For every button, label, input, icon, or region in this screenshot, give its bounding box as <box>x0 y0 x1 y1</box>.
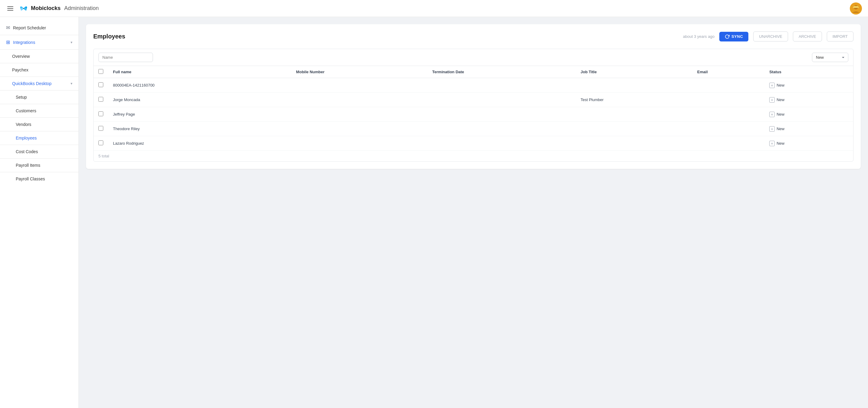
cell-full-name[interactable]: 800004EA-1421160700 <box>108 78 291 93</box>
sidebar-item-payroll-classes[interactable]: Payroll Classes <box>0 173 79 184</box>
divider-6 <box>0 104 79 104</box>
sidebar-label-employees: Employees <box>16 136 72 140</box>
col-termination-date: Termination Date <box>427 66 576 78</box>
sidebar-item-paychex[interactable]: Paychex <box>0 65 79 75</box>
cell-email <box>692 93 765 107</box>
status-badge: + New <box>769 126 848 132</box>
status-text: New <box>777 98 784 102</box>
user-avatar[interactable] <box>850 2 862 14</box>
employees-card: Employees about 3 years ago SYNC UNARCHI… <box>86 24 861 169</box>
divider-1 <box>0 35 79 35</box>
status-filter-dropdown[interactable]: New Active Archived <box>812 53 848 62</box>
envelope-icon: ✉ <box>6 25 10 31</box>
col-job-title: Job Title <box>576 66 692 78</box>
table-row: Lazaro Rodriguez + New <box>94 136 853 151</box>
status-badge: + New <box>769 112 848 117</box>
sync-button[interactable]: SYNC <box>719 32 748 41</box>
sidebar-label-vendors: Vendors <box>16 122 72 127</box>
divider-10 <box>0 158 79 159</box>
status-badge: + New <box>769 141 848 146</box>
status-badge: + New <box>769 97 848 103</box>
cell-job-title <box>576 122 692 136</box>
employees-table: Full name Mobile Number Termination Date… <box>94 66 853 150</box>
table-row: 800004EA-1421160700 + New <box>94 78 853 93</box>
cell-job-title: Test Plumber <box>576 93 692 107</box>
sidebar-item-setup[interactable]: Setup <box>0 92 79 103</box>
select-all-checkbox[interactable] <box>98 69 103 74</box>
col-email: Email <box>692 66 765 78</box>
chevron-down-icon: ▾ <box>70 40 72 44</box>
sidebar-label-payroll-classes: Payroll Classes <box>16 176 72 181</box>
cell-mobile <box>291 122 427 136</box>
cell-full-name[interactable]: Lazaro Rodriguez <box>108 136 291 151</box>
sidebar-item-employees[interactable]: Employees <box>0 133 79 143</box>
cell-status: + New <box>765 136 853 151</box>
hamburger-menu[interactable] <box>6 5 14 12</box>
sidebar-item-vendors[interactable]: Vendors <box>0 119 79 130</box>
table-controls: New Active Archived <box>94 49 853 66</box>
plus-icon: + <box>769 141 775 146</box>
row-checkbox[interactable] <box>98 82 103 87</box>
divider-7 <box>0 117 79 118</box>
cell-mobile <box>291 136 427 151</box>
divider-5 <box>0 90 79 91</box>
sidebar-item-customers[interactable]: Customers <box>0 105 79 116</box>
table-row: Jeffrey Page + New <box>94 107 853 122</box>
cell-status: + New <box>765 78 853 93</box>
status-text: New <box>777 83 784 88</box>
app-name: Mobiclocks <box>31 5 61 11</box>
row-checkbox[interactable] <box>98 140 103 145</box>
status-badge: + New <box>769 82 848 88</box>
status-text: New <box>777 141 784 145</box>
table-row: Jorge Moncada Test Plumber + New <box>94 93 853 107</box>
cell-status: + New <box>765 122 853 136</box>
import-button[interactable]: IMPORT <box>827 32 854 41</box>
row-checkbox-cell <box>94 107 108 122</box>
cell-mobile <box>291 93 427 107</box>
cell-termination-date <box>427 136 576 151</box>
page-title: Employees <box>93 33 125 40</box>
sidebar-label-paychex: Paychex <box>12 68 72 72</box>
main-content: Employees about 3 years ago SYNC UNARCHI… <box>79 17 868 408</box>
sync-icon <box>725 34 730 39</box>
name-filter-input[interactable] <box>98 53 153 62</box>
sidebar-item-cost-codes[interactable]: Cost Codes <box>0 146 79 157</box>
puzzle-icon: ⊞ <box>6 39 10 45</box>
col-full-name: Full name <box>108 66 291 78</box>
row-checkbox[interactable] <box>98 97 103 102</box>
sidebar-item-payroll-items[interactable]: Payroll Items <box>0 160 79 171</box>
cell-termination-date <box>427 93 576 107</box>
cell-termination-date <box>427 107 576 122</box>
cell-mobile <box>291 107 427 122</box>
cell-email <box>692 78 765 93</box>
cell-status: + New <box>765 107 853 122</box>
cell-full-name[interactable]: Jorge Moncada <box>108 93 291 107</box>
sidebar-label-cost-codes: Cost Codes <box>16 149 72 154</box>
sidebar-item-overview[interactable]: Overview <box>0 51 79 62</box>
cell-email <box>692 122 765 136</box>
sidebar-item-report-scheduler[interactable]: ✉ Report Scheduler <box>0 22 79 34</box>
sidebar-label-payroll-items: Payroll Items <box>16 163 72 168</box>
row-checkbox[interactable] <box>98 111 103 116</box>
sidebar-item-integrations[interactable]: ⊞ Integrations ▾ <box>0 36 79 48</box>
cell-status: + New <box>765 93 853 107</box>
divider-9 <box>0 145 79 145</box>
archive-button[interactable]: ARCHIVE <box>793 32 822 41</box>
table-row: Theodore Riley + New <box>94 122 853 136</box>
cell-full-name[interactable]: Jeffrey Page <box>108 107 291 122</box>
cell-job-title <box>576 107 692 122</box>
row-checkbox[interactable] <box>98 126 103 131</box>
sidebar-label-setup: Setup <box>16 95 72 100</box>
unarchive-button[interactable]: UNARCHIVE <box>753 32 788 41</box>
sidebar: ✉ Report Scheduler ⊞ Integrations ▾ Over… <box>0 17 79 408</box>
page-header: Employees about 3 years ago SYNC UNARCHI… <box>93 32 854 41</box>
sidebar-label-report-scheduler: Report Scheduler <box>13 26 72 30</box>
topnav: Mobiclocks Administration <box>0 0 868 17</box>
status-text: New <box>777 112 784 116</box>
cell-job-title <box>576 78 692 93</box>
cell-full-name[interactable]: Theodore Riley <box>108 122 291 136</box>
plus-icon: + <box>769 112 775 117</box>
plus-icon: + <box>769 82 775 88</box>
plus-icon: + <box>769 126 775 132</box>
sidebar-item-quickbooks[interactable]: QuickBooks Desktop ▾ <box>0 78 79 89</box>
